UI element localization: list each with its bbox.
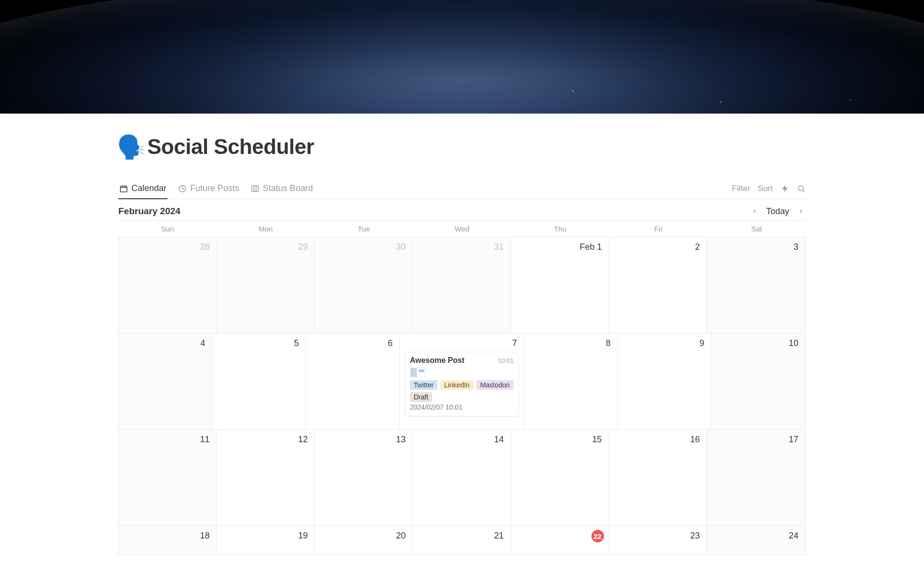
tag-linkedin: LinkedIn [440, 380, 474, 390]
clock-icon [178, 184, 187, 193]
day-number: 29 [298, 242, 308, 252]
tab-status-board[interactable]: Status Board [250, 178, 314, 199]
day-number: 6 [388, 338, 393, 348]
svg-rect-0 [120, 186, 127, 192]
day-cell[interactable]: 15 [511, 429, 609, 526]
svg-point-8 [798, 186, 804, 191]
tab-calendar-label: Calendar [131, 183, 167, 193]
day-number: 5 [294, 338, 299, 348]
weekday-sat: Sat [707, 221, 806, 237]
day-cell[interactable]: 14 [413, 429, 511, 526]
day-cell[interactable]: 24 [707, 526, 805, 554]
day-number: 15 [592, 435, 602, 445]
day-number: 10 [789, 338, 798, 348]
next-month-button[interactable] [796, 206, 806, 216]
automation-icon[interactable] [781, 184, 789, 193]
cover-image [0, 0, 924, 114]
day-number: 16 [690, 435, 700, 445]
day-number: 9 [699, 338, 704, 348]
day-cell[interactable]: 17 [707, 429, 805, 526]
month-label: February 2024 [118, 206, 180, 217]
svg-line-9 [803, 190, 805, 192]
chevron-right-icon [797, 208, 804, 215]
day-cell[interactable]: 31 [413, 237, 511, 333]
day-number: 24 [789, 531, 798, 541]
weekday-mon: Mon [217, 221, 315, 237]
day-number: 14 [494, 435, 504, 445]
day-number: 2 [695, 242, 700, 252]
day-number: 7 [512, 338, 517, 348]
day-number: 21 [494, 531, 504, 541]
day-cell[interactable]: 9 [618, 333, 712, 429]
day-number: 13 [396, 435, 406, 445]
sort-button[interactable]: Sort [758, 184, 773, 193]
tab-status-label: Status Board [263, 183, 313, 193]
calendar-grid: 28 29 30 31 Feb 1 2 3 4 5 6 7 Awesome Po… [118, 237, 806, 555]
chevron-left-icon [751, 208, 758, 215]
weekday-thu: Thu [511, 221, 609, 237]
event-time: 10:01 [498, 357, 514, 364]
day-cell[interactable]: 5 [213, 333, 307, 429]
day-number: 20 [396, 531, 406, 541]
weekday-header: Sun Mon Tue Wed Thu Fri Sat [118, 220, 806, 237]
day-cell[interactable]: Feb 1 [511, 237, 609, 333]
day-cell[interactable]: 23 [609, 526, 707, 554]
day-cell[interactable]: 20 [315, 526, 413, 554]
day-number: 18 [200, 531, 210, 541]
day-cell[interactable]: 16 [609, 429, 707, 526]
event-datetime: 2024/02/07 10:01 [410, 403, 514, 411]
day-number: 8 [606, 338, 611, 348]
day-cell[interactable]: 10 [711, 333, 805, 429]
day-cell[interactable]: 3 [707, 237, 805, 333]
day-number: 4 [201, 338, 205, 348]
tag-mastodon: Mastodon [476, 380, 513, 390]
day-cell[interactable]: 11 [119, 429, 217, 526]
day-cell[interactable]: 13 [315, 429, 413, 526]
day-cell[interactable]: 19 [217, 526, 315, 554]
day-cell[interactable]: 7 Awesome Post 10:01 Twitter LinkedIn Ma… [400, 333, 525, 429]
tab-calendar[interactable]: Calendar [118, 178, 167, 199]
page-icon[interactable]: 🗣️ [118, 134, 144, 160]
event-title: Awesome Post [410, 356, 465, 365]
day-number: 12 [298, 435, 308, 445]
day-cell[interactable]: 4 [119, 333, 213, 429]
day-cell[interactable]: 18 [119, 526, 217, 554]
today-badge: 22 [591, 530, 604, 542]
day-cell[interactable]: 12 [217, 429, 315, 526]
day-number: Feb 1 [580, 242, 602, 252]
day-cell[interactable]: 30 [315, 237, 413, 333]
day-number: 23 [690, 531, 700, 541]
day-cell[interactable]: 2 [609, 237, 707, 333]
page-title[interactable]: Social Scheduler [147, 135, 314, 159]
day-cell[interactable]: 28 [119, 237, 217, 333]
prev-month-button[interactable] [750, 206, 759, 216]
event-card[interactable]: Awesome Post 10:01 Twitter LinkedIn Mast… [405, 352, 519, 416]
day-number: 31 [494, 242, 504, 252]
day-number: 28 [200, 242, 210, 252]
weekday-wed: Wed [413, 221, 511, 237]
day-cell-today[interactable]: 22 [511, 526, 609, 554]
weekday-sun: Sun [118, 221, 217, 237]
day-number: 11 [200, 435, 210, 445]
today-button[interactable]: Today [766, 206, 789, 217]
day-cell[interactable]: 21 [413, 526, 511, 554]
day-number: 17 [789, 435, 798, 445]
day-number: 30 [396, 242, 406, 252]
search-icon[interactable] [797, 184, 806, 193]
day-cell[interactable]: 8 [524, 333, 618, 429]
day-number: 3 [794, 242, 798, 252]
views-tabs: Calendar Future Posts Status Board Filte… [118, 178, 806, 199]
filter-button[interactable]: Filter [732, 184, 750, 193]
day-number: 19 [298, 531, 308, 541]
tab-future-label: Future Posts [190, 183, 239, 193]
event-thumbnail [410, 368, 426, 377]
status-badge: Draft [410, 392, 432, 402]
day-cell[interactable]: 29 [217, 237, 315, 333]
svg-rect-5 [252, 186, 258, 192]
tab-future-posts[interactable]: Future Posts [177, 178, 240, 199]
board-icon [251, 184, 259, 193]
day-cell[interactable]: 6 [306, 333, 400, 429]
weekday-fri: Fri [609, 221, 707, 237]
tag-twitter: Twitter [410, 380, 437, 390]
calendar-icon [119, 184, 128, 193]
